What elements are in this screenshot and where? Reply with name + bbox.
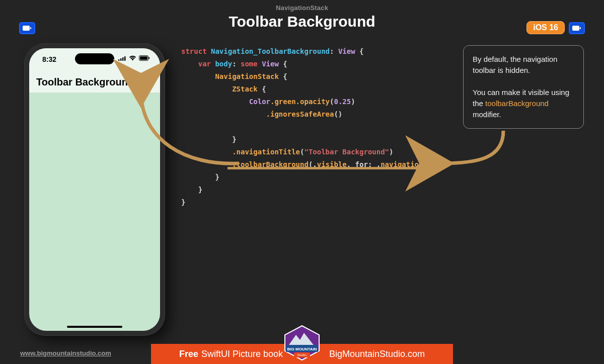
promo-text: SwiftUI Picture book (201, 349, 283, 359)
code-navtitle-str: "Toolbar Background" (304, 148, 389, 156)
battery-icon (139, 55, 150, 61)
phone-time: 8:32 (42, 55, 56, 63)
svg-rect-4 (118, 59, 120, 61)
svg-rect-0 (23, 26, 30, 31)
svg-rect-9 (140, 56, 147, 60)
promo-site: BigMountainStudio.com (329, 349, 425, 359)
svg-rect-7 (124, 56, 126, 61)
battery-next-icon (572, 25, 582, 31)
code-view-proto: View (338, 47, 355, 55)
card-highlight: toolbarBackground (485, 99, 549, 108)
ios-version-badge: iOS 16 (526, 21, 565, 34)
dynamic-island (75, 53, 114, 64)
code-kw-var: var (198, 60, 215, 68)
svg-rect-5 (120, 58, 122, 61)
code-body: body (215, 60, 232, 68)
svg-rect-3 (580, 27, 581, 29)
arrow-to-phone-icon (131, 75, 302, 176)
svg-rect-1 (30, 27, 31, 29)
code-kw-struct: struct (181, 47, 211, 55)
page-title: Toolbar Background (0, 13, 604, 30)
footer-link[interactable]: www.bigmountainstudio.com (20, 349, 111, 357)
promo-banner[interactable]: Free SwiftUI Picture book BigMountainStu… (151, 344, 453, 364)
wifi-icon (129, 55, 136, 61)
code-some: some (241, 60, 262, 68)
prev-page-button[interactable] (19, 22, 35, 34)
battery-prev-icon (22, 25, 32, 31)
svg-rect-6 (122, 57, 124, 61)
svg-rect-2 (572, 26, 579, 31)
phone-nav-title: Toolbar Background (36, 76, 134, 88)
arrow-to-code-icon (428, 126, 518, 176)
code-typename: Navigation_ToolbarBackground (211, 47, 330, 55)
header-subtitle: NavigationStack (0, 4, 604, 12)
phone-status-icons (118, 55, 150, 61)
card-paragraph-1: By default, the navigation toolbar is hi… (473, 54, 574, 76)
promo-bold: Free (179, 349, 198, 359)
cellular-icon (118, 56, 126, 61)
home-indicator (67, 326, 122, 328)
info-card: By default, the navigation toolbar is hi… (463, 45, 584, 129)
svg-rect-10 (149, 57, 150, 59)
card-paragraph-2: You can make it visible using the toolba… (473, 87, 574, 120)
next-page-button[interactable] (569, 22, 585, 34)
